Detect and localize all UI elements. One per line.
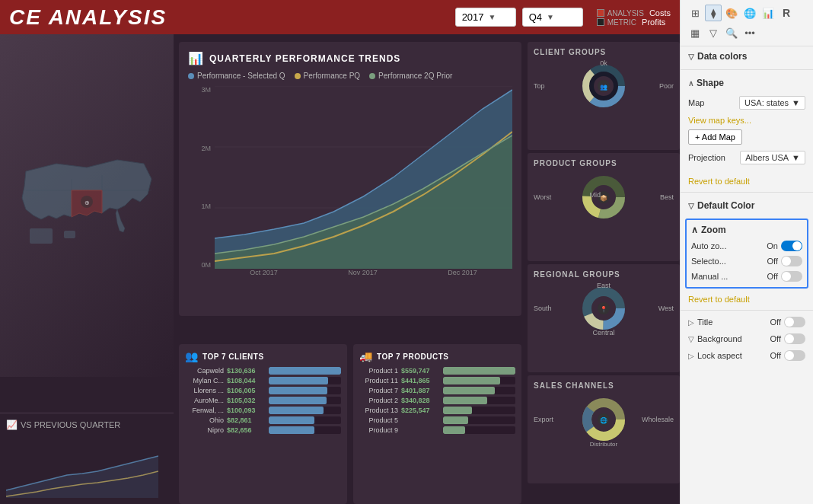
- client-name: Fenwal, ...: [185, 407, 227, 414]
- table-row: Product 7 $401,887: [359, 387, 515, 394]
- map-dropdown-arrow: ▼: [792, 98, 800, 107]
- default-color-section: ▽ Default Color: [681, 196, 813, 215]
- quarterly-card: 📊 QUARTERLY PERFORMANCE TRENDS Performan…: [179, 42, 521, 316]
- map-dropdown[interactable]: USA: states ▼: [739, 96, 805, 110]
- vs-section: 📈 VS PREVIOUS QUARTER: [0, 413, 174, 504]
- toolbar-table-icon[interactable]: ⊞: [687, 5, 703, 21]
- table-row: Mylan C... $108,044: [185, 377, 341, 384]
- client-value: $100,093: [227, 407, 269, 414]
- default-color-header[interactable]: ▽ Default Color: [681, 196, 813, 215]
- revert-default-link-2[interactable]: Revert to default: [681, 292, 813, 307]
- regional-donut-svg: 📍: [573, 285, 634, 331]
- toolbar-grid-icon[interactable]: ▦: [687, 24, 703, 41]
- client-donut-svg: 👥: [573, 63, 634, 109]
- client-bar: [269, 407, 324, 414]
- legend-yellow-dot: [295, 73, 301, 79]
- product-bar-container: [443, 387, 515, 394]
- lock-aspect-section-header[interactable]: ▷ Lock aspect: [688, 351, 742, 360]
- product-bar-container: [443, 397, 515, 404]
- client-bar: [269, 416, 314, 424]
- client-bar: [269, 387, 327, 394]
- client-donut: 0k 👥 Poor Top: [534, 59, 674, 113]
- profits-label: METRIC Profits: [607, 18, 666, 27]
- shape-header[interactable]: ∧ Shape: [681, 73, 813, 93]
- table-row: Ohio $82,861: [185, 416, 341, 424]
- background-row: ▽ Background Off: [681, 330, 813, 347]
- product-bar-container: [443, 407, 515, 414]
- client-value: $82,656: [227, 426, 269, 434]
- toolbar-globe-icon[interactable]: 🌐: [741, 5, 758, 21]
- toolbar-lens-icon[interactable]: 🔍: [723, 24, 740, 41]
- background-section-header[interactable]: ▽ Background: [688, 334, 742, 343]
- toolbar-r-icon[interactable]: R: [778, 5, 795, 21]
- client-bar-container: [269, 387, 341, 394]
- title-toggle[interactable]: [784, 317, 805, 327]
- manual-knob: [782, 272, 791, 281]
- legend-green-dot: [369, 73, 375, 79]
- product-bar: [443, 377, 500, 384]
- x-labels: Oct 2017 Nov 2017 Dec 2017: [215, 269, 512, 284]
- quarter-dropdown[interactable]: Q4 ▼: [522, 8, 583, 27]
- legend-selected-q: Performance - Selected Q: [188, 72, 285, 80]
- toolbar-analytics-icon[interactable]: 📊: [760, 5, 776, 21]
- header-controls: 2017 ▼ Q4 ▼ ANALYSIS Costs MET: [455, 8, 671, 27]
- costs-label: ANALYSIS Costs: [607, 8, 671, 18]
- header: CE ANALYSIS 2017 ▼ Q4 ▼ ANALYSIS Costs: [0, 0, 680, 34]
- chart-svg: [215, 86, 512, 269]
- toolbar-row-1: ⊞ ⧫ 🎨 🌐 📊 R: [687, 5, 807, 21]
- toolbar-paint-icon[interactable]: 🎨: [723, 5, 740, 21]
- toolbar-funnel-icon[interactable]: ▽: [705, 24, 722, 41]
- projection-dropdown[interactable]: Albers USA ▼: [740, 151, 805, 164]
- year-dropdown-arrow: ▼: [489, 13, 496, 21]
- auto-zoom-toggle[interactable]: [781, 241, 802, 251]
- title-section-header[interactable]: ▷ Title: [688, 317, 713, 327]
- toolbar-ellipsis-icon[interactable]: •••: [741, 24, 758, 41]
- chart-legend: Performance - Selected Q Performance PQ …: [188, 72, 512, 80]
- zoom-header[interactable]: ∧ Zoom: [691, 223, 802, 238]
- client-name: AuroMe...: [185, 397, 227, 404]
- product-bar: [443, 416, 468, 424]
- add-map-button[interactable]: + Add Map: [688, 129, 742, 145]
- profits-dot: [597, 18, 604, 26]
- data-colors-section: ▽ Data colors: [681, 46, 813, 66]
- table-row: Product 9: [359, 426, 515, 434]
- client-bar-container: [269, 367, 341, 375]
- page-title: CE ANALYSIS: [9, 5, 167, 30]
- table-row: Fenwal, ... $100,093: [185, 407, 341, 414]
- quarter-value: Q4: [529, 11, 542, 23]
- revert-default-link-1[interactable]: Revert to default: [681, 174, 813, 189]
- default-color-chevron: ▽: [688, 202, 694, 210]
- client-bar-container: [269, 407, 341, 414]
- table-row: Product 11 $441,865: [359, 377, 515, 384]
- background-toggle[interactable]: [784, 333, 805, 344]
- map-area: ⊕: [0, 34, 174, 377]
- svg-marker-4: [6, 456, 158, 498]
- quarter-dropdown-arrow: ▼: [547, 13, 554, 21]
- product-donut: Best Worst Mid 📦: [534, 171, 674, 224]
- clients-table: Capweld $130,636 Mylan C... $108,044 Llo…: [185, 367, 341, 434]
- client-bar-container: [269, 377, 341, 384]
- toolbar-filter-icon[interactable]: ⧫: [705, 5, 722, 21]
- lock-aspect-knob: [785, 351, 794, 360]
- lock-aspect-toggle[interactable]: [784, 350, 805, 361]
- table-row: Product 2 $340,828: [359, 397, 515, 404]
- selection-toggle-container: Off: [767, 256, 802, 266]
- product-value: $441,865: [401, 377, 443, 384]
- client-bar-container: [269, 426, 341, 434]
- table-row: Llorens ... $106,005: [185, 387, 341, 394]
- selection-knob: [782, 257, 791, 266]
- product-name: Product 2: [359, 397, 401, 404]
- manual-toggle[interactable]: [781, 271, 802, 282]
- analysis-legend: ANALYSIS Costs METRIC Profits: [597, 8, 671, 27]
- vs-title: 📈 VS PREVIOUS QUARTER: [6, 419, 167, 430]
- product-bar-container: [443, 426, 515, 434]
- legend-2q-prior: Performance 2Q Prior: [369, 72, 452, 80]
- table-row: Nipro $82,656: [185, 426, 341, 434]
- card-header: 📊 QUARTERLY PERFORMANCE TRENDS: [188, 51, 512, 65]
- view-map-keys-link[interactable]: View map keys...: [688, 116, 751, 125]
- data-colors-header[interactable]: ▽ Data colors: [681, 46, 813, 66]
- client-value: $130,636: [227, 367, 269, 375]
- client-name: Llorens ...: [185, 387, 227, 394]
- selection-toggle[interactable]: [781, 256, 802, 266]
- year-dropdown[interactable]: 2017 ▼: [455, 8, 516, 27]
